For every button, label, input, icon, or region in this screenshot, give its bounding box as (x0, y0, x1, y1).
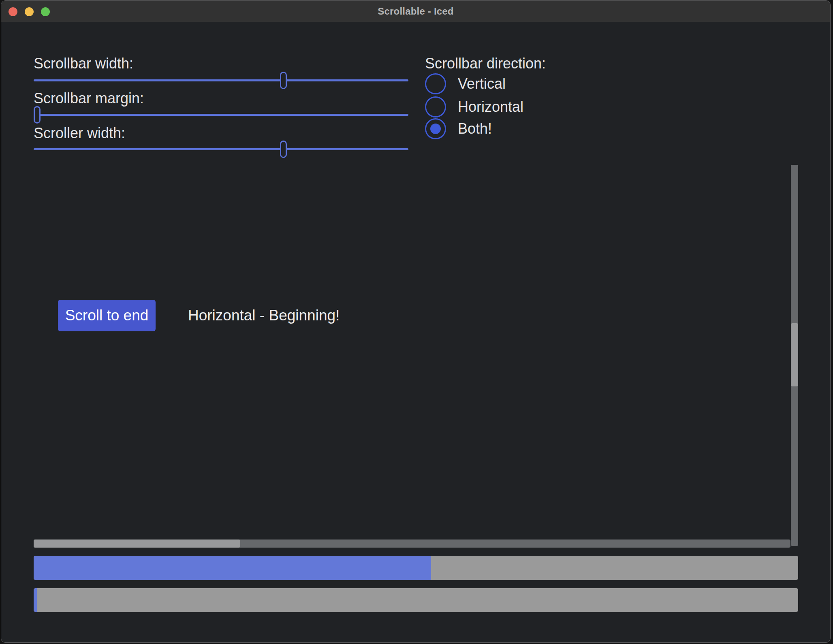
scroll-to-end-button-label: Scroll to end (65, 307, 149, 324)
scrollbar-width-label: Scrollbar width: (34, 55, 133, 73)
vertical-scrollbar-thumb[interactable] (791, 323, 798, 386)
scrollbar-margin-label: Scrollbar margin: (34, 90, 144, 107)
radio-both-label: Both! (458, 120, 492, 137)
horizontal-scrollbar-thumb[interactable] (34, 540, 240, 548)
zoom-button[interactable] (41, 7, 50, 16)
app-window: Scrollable - Iced Scrollbar width: Scrol… (1, 0, 831, 643)
titlebar[interactable]: Scrollable - Iced (1, 1, 830, 22)
radio-vertical-label: Vertical (458, 75, 506, 92)
desktop-background: Scrollable - Iced Scrollbar width: Scrol… (0, 0, 833, 644)
horizontal-progress-fill (34, 556, 431, 580)
vertical-progress-bar (34, 588, 798, 612)
scrollbar-width-slider[interactable] (34, 79, 408, 81)
radio-horizontal[interactable]: Horizontal (425, 96, 523, 117)
scroller-width-label: Scroller width: (34, 124, 125, 142)
scroll-status-text: Horizontal - Beginning! (188, 300, 340, 331)
scroller-width-slider-handle[interactable] (280, 141, 287, 158)
scrollbar-direction-label: Scrollbar direction: (425, 55, 546, 73)
minimize-button[interactable] (25, 7, 34, 16)
traffic-lights (9, 7, 50, 16)
radio-horizontal-label: Horizontal (458, 98, 523, 115)
radio-circle-icon[interactable] (425, 73, 446, 94)
radio-circle-icon[interactable] (425, 96, 446, 117)
scrollbar-margin-slider-handle[interactable] (34, 106, 41, 124)
close-button[interactable] (9, 7, 17, 16)
vertical-progress-fill (34, 588, 37, 612)
radio-vertical[interactable]: Vertical (425, 73, 506, 94)
scroller-width-slider[interactable] (34, 148, 408, 150)
scrollbar-margin-slider[interactable] (34, 114, 408, 116)
scroll-to-end-button[interactable]: Scroll to end (58, 300, 156, 331)
radio-circle-selected-icon[interactable] (425, 118, 446, 139)
scrollbar-width-slider-handle[interactable] (280, 72, 287, 89)
radio-both[interactable]: Both! (425, 118, 492, 139)
horizontal-progress-bar (34, 556, 798, 580)
window-title: Scrollable - Iced (378, 6, 453, 17)
